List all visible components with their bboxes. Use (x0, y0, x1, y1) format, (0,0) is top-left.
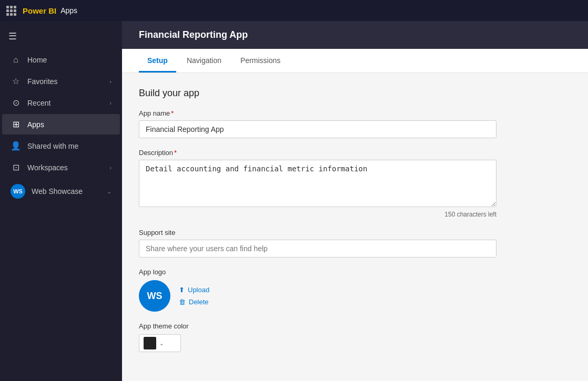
powerbi-logo: Power BI (23, 6, 56, 15)
tab-permissions[interactable]: Permissions (232, 49, 289, 73)
app-theme-color-section: App theme color ⌄ (139, 322, 571, 352)
sidebar-item-shared[interactable]: 👤 Shared with me (2, 136, 120, 156)
logo-initials: WS (147, 291, 163, 302)
sidebar-item-favorites-label: Favorites (27, 77, 103, 86)
upload-icon: ⬆ (179, 286, 185, 294)
chevron-down-icon: ⌄ (107, 188, 111, 195)
apps-icon: ⊞ (11, 119, 21, 129)
upload-label: Upload (188, 286, 209, 294)
support-site-input[interactable] (139, 240, 496, 258)
chevron-right-icon: › (109, 100, 111, 106)
sidebar-item-webshowcase-label: Web Showcase (32, 187, 100, 195)
color-picker[interactable]: ⌄ (139, 334, 181, 352)
support-site-label: Support site (139, 229, 571, 236)
form-section-title: Build your app (139, 88, 571, 99)
sidebar-item-favorites[interactable]: ☆ Favorites › (2, 71, 120, 91)
app-name-input[interactable] (139, 120, 496, 138)
tab-setup[interactable]: Setup (139, 49, 176, 73)
page-header: Financial Reporting App (122, 21, 588, 49)
description-field: Description* 150 characters left (139, 149, 571, 218)
app-theme-color-label: App theme color (139, 322, 571, 330)
topbar: Power BI Apps (0, 0, 588, 21)
sidebar-item-home-label: Home (27, 56, 111, 64)
sidebar-item-home[interactable]: ⌂ Home (2, 50, 120, 70)
sidebar-item-recent[interactable]: ⊙ Recent › (2, 92, 120, 113)
color-box (144, 337, 156, 349)
description-textarea[interactable] (139, 160, 496, 207)
upload-button[interactable]: ⬆ Upload (179, 286, 209, 294)
app-name-field: App name* (139, 109, 571, 138)
chevron-right-icon: › (109, 164, 111, 171)
required-indicator: * (174, 149, 177, 157)
char-count: 150 characters left (139, 211, 496, 218)
tabs-bar: Setup Navigation Permissions (122, 49, 588, 73)
app-logo-section: App logo WS ⬆ Upload 🗑 Delete (139, 268, 571, 312)
delete-button[interactable]: 🗑 Delete (179, 298, 209, 306)
sidebar-item-apps[interactable]: ⊞ Apps (2, 114, 120, 135)
shared-icon: 👤 (11, 141, 21, 151)
sidebar-item-shared-label: Shared with me (27, 142, 111, 150)
home-icon: ⌂ (11, 55, 21, 65)
sidebar-item-workspaces-label: Workspaces (27, 163, 103, 172)
favorites-icon: ☆ (11, 76, 21, 86)
description-label: Description* (139, 149, 571, 157)
required-indicator: * (171, 109, 174, 117)
sidebar-item-webshowcase[interactable]: WS Web Showcase ⌄ (2, 179, 120, 204)
logo-actions: ⬆ Upload 🗑 Delete (179, 286, 209, 306)
brand: Power BI Apps (23, 6, 77, 15)
page-title: Financial Reporting App (139, 29, 248, 40)
app-launcher-icon[interactable] (6, 6, 16, 16)
app-logo-label: App logo (139, 268, 571, 276)
delete-label: Delete (189, 298, 209, 306)
topbar-appname[interactable]: Apps (60, 6, 77, 15)
delete-icon: 🗑 (179, 298, 186, 306)
tab-navigation[interactable]: Navigation (178, 49, 230, 73)
workspace-avatar: WS (11, 184, 25, 199)
app-name-label: App name* (139, 109, 571, 117)
form-area: Build your app App name* Description* 15… (122, 73, 588, 381)
sidebar-item-apps-label: Apps (27, 120, 111, 129)
main-content: Financial Reporting App Setup Navigation… (122, 21, 588, 381)
sidebar-item-recent-label: Recent (27, 99, 103, 107)
chevron-right-icon: › (109, 78, 111, 85)
workspaces-icon: ⊡ (11, 162, 21, 172)
recent-icon: ⊙ (11, 98, 21, 108)
sidebar-item-workspaces[interactable]: ⊡ Workspaces › (2, 157, 120, 178)
sidebar: ☰ ⌂ Home ☆ Favorites › ⊙ Recent › ⊞ Apps… (0, 21, 122, 381)
app-logo-circle: WS (139, 280, 170, 312)
hamburger-icon[interactable]: ☰ (0, 25, 122, 47)
chevron-down-icon: ⌄ (159, 341, 164, 346)
support-site-field: Support site (139, 229, 571, 258)
